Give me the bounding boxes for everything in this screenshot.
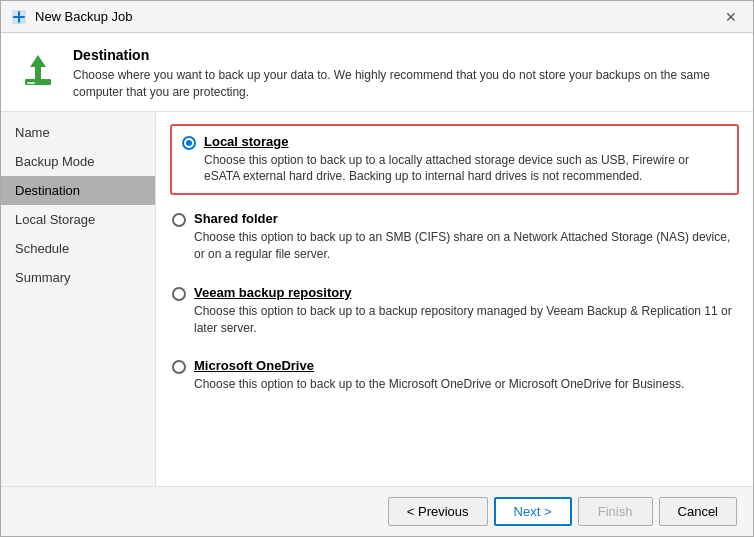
header-title: Destination (73, 47, 737, 63)
shared-folder-radio[interactable] (172, 213, 186, 227)
local-storage-radio[interactable] (182, 136, 196, 150)
onedrive-desc: Choose this option to back up to the Mic… (194, 376, 737, 393)
veeam-backup-radio[interactable] (172, 287, 186, 301)
sidebar-item-local-storage[interactable]: Local Storage (1, 205, 155, 234)
footer: < Previous Next > Finish Cancel (1, 486, 753, 536)
shared-folder-desc: Choose this option to back up to an SMB … (194, 229, 737, 263)
title-bar-left: New Backup Job (11, 9, 133, 25)
onedrive-radio[interactable] (172, 360, 186, 374)
onedrive-option[interactable]: Microsoft OneDrive Choose this option to… (172, 354, 737, 397)
new-backup-job-window: New Backup Job ✕ Destination Choose wher… (0, 0, 754, 537)
shared-folder-text: Shared folder Choose this option to back… (194, 211, 737, 263)
window-title: New Backup Job (35, 9, 133, 24)
content-area: Local storage Choose this option to back… (156, 112, 753, 486)
veeam-backup-text: Veeam backup repository Choose this opti… (194, 285, 737, 337)
previous-button[interactable]: < Previous (388, 497, 488, 526)
next-button[interactable]: Next > (494, 497, 572, 526)
onedrive-label: Microsoft OneDrive (194, 358, 737, 373)
header-section: Destination Choose where you want to bac… (1, 33, 753, 112)
onedrive-text: Microsoft OneDrive Choose this option to… (194, 358, 737, 393)
veeam-backup-option[interactable]: Veeam backup repository Choose this opti… (172, 281, 737, 341)
local-storage-text: Local storage Choose this option to back… (204, 134, 727, 186)
option-group: Local storage Choose this option to back… (172, 126, 737, 398)
finish-button[interactable]: Finish (578, 497, 653, 526)
sidebar-item-backup-mode[interactable]: Backup Mode (1, 147, 155, 176)
local-storage-option[interactable]: Local storage Choose this option to back… (170, 124, 739, 196)
veeam-backup-label: Veeam backup repository (194, 285, 737, 300)
title-bar: New Backup Job ✕ (1, 1, 753, 33)
sidebar-item-name[interactable]: Name (1, 118, 155, 147)
window-icon (11, 9, 27, 25)
shared-folder-label: Shared folder (194, 211, 737, 226)
header-text-block: Destination Choose where you want to bac… (73, 47, 737, 101)
cancel-button[interactable]: Cancel (659, 497, 737, 526)
svg-rect-3 (27, 82, 35, 84)
svg-marker-1 (30, 55, 46, 79)
close-button[interactable]: ✕ (719, 5, 743, 29)
local-storage-label: Local storage (204, 134, 727, 149)
sidebar-item-schedule[interactable]: Schedule (1, 234, 155, 263)
main-content: Name Backup Mode Destination Local Stora… (1, 112, 753, 486)
sidebar-item-summary[interactable]: Summary (1, 263, 155, 292)
local-storage-desc: Choose this option to back up to a local… (204, 152, 727, 186)
header-description: Choose where you want to back up your da… (73, 67, 737, 101)
sidebar: Name Backup Mode Destination Local Stora… (1, 112, 156, 486)
destination-icon (17, 49, 59, 91)
veeam-backup-desc: Choose this option to back up to a backu… (194, 303, 737, 337)
shared-folder-option[interactable]: Shared folder Choose this option to back… (172, 207, 737, 267)
sidebar-item-destination[interactable]: Destination (1, 176, 155, 205)
